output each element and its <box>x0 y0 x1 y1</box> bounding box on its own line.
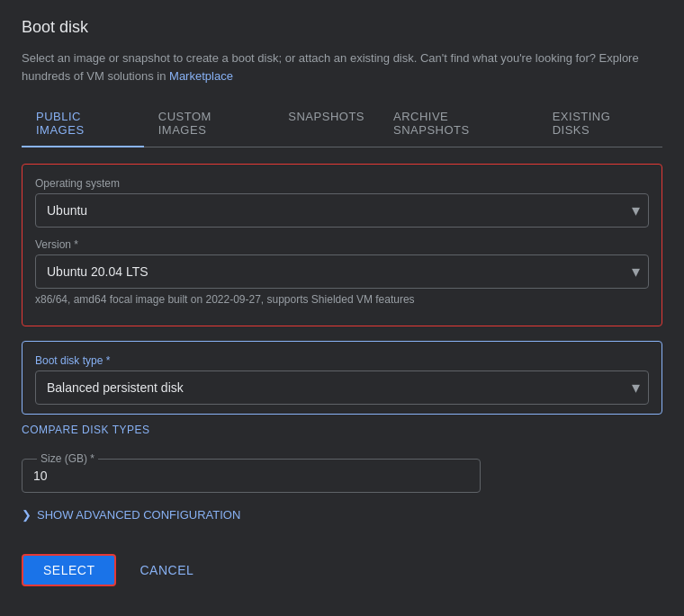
action-buttons: SELECT CANCEL <box>22 554 662 586</box>
version-field-group: Version * Ubuntu 20.04 LTS Ubuntu 22.04 … <box>35 238 649 306</box>
size-input[interactable] <box>33 465 469 483</box>
os-field-group: Operating system Ubuntu Debian CentOS Fe… <box>35 177 649 228</box>
compare-disk-types-link[interactable]: COMPARE DISK TYPES <box>22 424 150 436</box>
version-select-wrapper: Ubuntu 20.04 LTS Ubuntu 22.04 LTS Ubuntu… <box>35 254 649 289</box>
tab-bar: PUBLIC IMAGES CUSTOM IMAGES SNAPSHOTS AR… <box>22 101 662 147</box>
marketplace-link[interactable]: Marketplace <box>169 69 233 83</box>
version-select[interactable]: Ubuntu 20.04 LTS Ubuntu 22.04 LTS Ubuntu… <box>35 254 649 289</box>
version-hint: x86/64, amd64 focal image built on 2022-… <box>35 293 649 306</box>
panel-title: Boot disk <box>22 18 662 37</box>
tab-custom-images[interactable]: CUSTOM IMAGES <box>144 101 274 147</box>
os-select[interactable]: Ubuntu Debian CentOS Fedora Windows Serv… <box>35 193 649 228</box>
size-section: Size (GB) * <box>22 452 662 493</box>
description-text: Select an image or snapshot to create a … <box>22 49 662 85</box>
disk-type-select[interactable]: Balanced persistent disk Standard persis… <box>35 370 649 405</box>
advanced-config-label: SHOW ADVANCED CONFIGURATION <box>37 508 240 522</box>
chevron-right-icon: ❯ <box>22 508 32 522</box>
size-label: Size (GB) * <box>37 452 98 465</box>
boot-disk-panel: Boot disk Select an image or snapshot to… <box>0 0 684 616</box>
tab-public-images[interactable]: PUBLIC IMAGES <box>22 101 144 147</box>
image-selection-box: Operating system Ubuntu Debian CentOS Fe… <box>22 164 662 326</box>
disk-type-select-wrapper: Balanced persistent disk Standard persis… <box>35 370 649 405</box>
size-fieldset: Size (GB) * <box>22 452 481 493</box>
boot-disk-type-box: Boot disk type * Balanced persistent dis… <box>22 341 662 415</box>
tab-existing-disks[interactable]: EXISTING DISKS <box>538 101 662 147</box>
cancel-button[interactable]: CANCEL <box>130 556 202 585</box>
advanced-config-toggle[interactable]: ❯ SHOW ADVANCED CONFIGURATION <box>22 508 240 522</box>
disk-type-label: Boot disk type * <box>35 354 649 367</box>
os-label: Operating system <box>35 177 649 190</box>
tab-archive-snapshots[interactable]: ARCHIVE SNAPSHOTS <box>379 101 538 147</box>
tab-snapshots[interactable]: SNAPSHOTS <box>274 101 379 147</box>
version-label: Version * <box>35 238 649 251</box>
select-button[interactable]: SELECT <box>22 554 116 586</box>
os-select-wrapper: Ubuntu Debian CentOS Fedora Windows Serv… <box>35 193 649 228</box>
